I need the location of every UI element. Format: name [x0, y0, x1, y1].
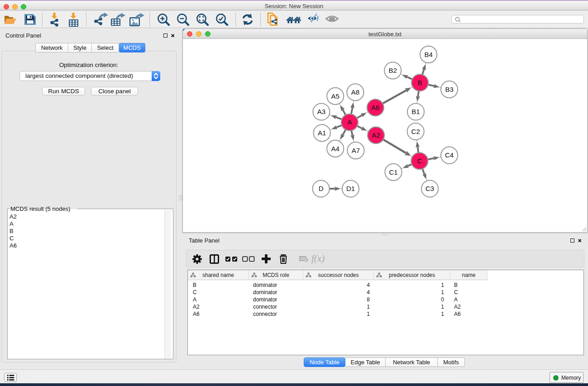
- svg-text:A1: A1: [318, 129, 326, 137]
- svg-text:A6: A6: [371, 104, 379, 111]
- svg-text:C2: C2: [411, 128, 420, 135]
- svg-text:D1: D1: [346, 185, 355, 192]
- svg-text:B4: B4: [424, 51, 432, 58]
- svg-text:B: B: [418, 79, 422, 86]
- svg-text:A5: A5: [331, 92, 339, 100]
- svg-text:B1: B1: [411, 108, 420, 115]
- svg-text:A3: A3: [317, 108, 325, 115]
- svg-text:A8: A8: [351, 88, 359, 96]
- svg-text:D: D: [319, 185, 324, 192]
- svg-text:C4: C4: [445, 151, 454, 159]
- svg-text:C3: C3: [425, 185, 434, 192]
- svg-text:A2: A2: [372, 131, 380, 139]
- svg-text:C: C: [417, 157, 422, 165]
- svg-text:C1: C1: [389, 168, 397, 176]
- svg-text:B3: B3: [445, 86, 453, 93]
- svg-text:A7: A7: [352, 147, 360, 154]
- svg-text:A: A: [347, 118, 352, 126]
- svg-text:B2: B2: [389, 67, 397, 74]
- svg-text:A4: A4: [331, 145, 339, 152]
